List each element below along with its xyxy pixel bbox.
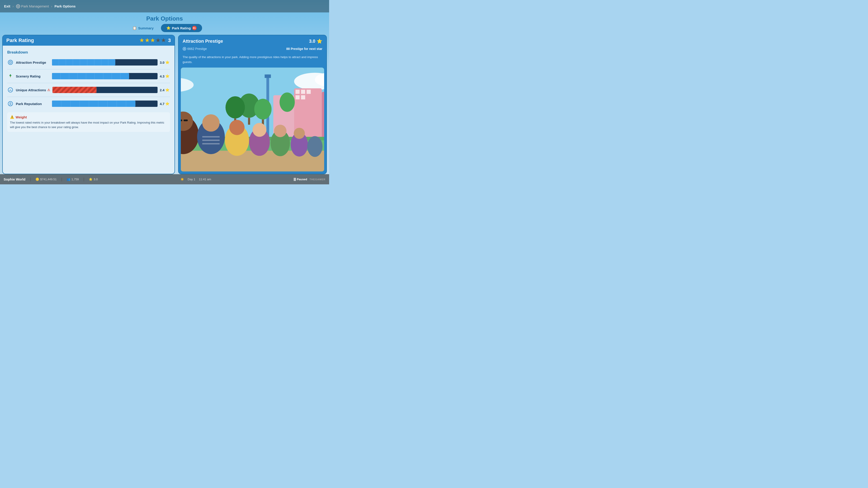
park-reputation-label: Park Reputation — [16, 102, 50, 106]
park-rating-title: Park Rating — [6, 37, 34, 43]
metric-scenery-rating[interactable]: Scenery Rating 4.3 ⭐ — [7, 72, 170, 80]
warning-icon: ⚠ — [47, 88, 50, 92]
unique-attractions-bar — [53, 87, 158, 93]
metric-attraction-prestige[interactable]: Attraction Prestige 3.0 ⭐ — [7, 58, 170, 67]
svg-point-11 — [184, 48, 185, 49]
svg-point-47 — [274, 125, 286, 137]
unique-attractions-label: Unique Attractions ⚠ — [16, 88, 50, 92]
status-right: Paused THEGAMER — [294, 177, 326, 181]
money-icon: 🪙 — [35, 177, 39, 181]
svg-point-30 — [225, 96, 245, 119]
svg-rect-5 — [10, 76, 11, 77]
status-bar: Sophie World | 🪙 $741,449.51 | 👥 1,759 |… — [0, 174, 329, 184]
star-icon-2: ⭐ — [165, 74, 169, 78]
right-panel-rating: 3.0 ⭐ — [309, 38, 322, 44]
unique-attractions-score: 2.4 ⭐ — [160, 88, 170, 92]
left-panel: Park Rating ★ ★ ★ ★ ★ 3 Breakdown — [2, 35, 175, 174]
park-reputation-score: 4.7 ⭐ — [160, 102, 170, 106]
right-panel-description: The quality of the attractions in your p… — [179, 53, 327, 68]
status-center: ☀️ Day 1 11:41 am — [102, 177, 289, 181]
left-panel-header: Park Rating ★ ★ ★ ★ ★ 3 — [3, 35, 175, 46]
star-5: ★ — [161, 37, 166, 43]
scenery-bar — [52, 73, 158, 79]
svg-rect-21 — [301, 95, 305, 99]
prestige-count: 6662 Prestige — [183, 47, 207, 51]
tab-summary[interactable]: 📋 Summary — [127, 24, 159, 32]
star-1: ★ — [140, 37, 144, 43]
guests-icon: 👥 — [67, 177, 70, 181]
park-management-icon — [16, 4, 20, 8]
overall-rating: 3 — [168, 37, 170, 43]
rating-stars: ★ ★ ★ ★ ★ 3 — [140, 37, 170, 43]
metric-unique-attractions[interactable]: Unique Attractions ⚠ 2.4 ⭐ — [7, 86, 170, 94]
clock-display: 11:41 am — [199, 177, 211, 181]
attraction-prestige-score: 3.0 ⭐ — [160, 60, 170, 64]
svg-point-1 — [18, 6, 18, 6]
scenery-label: Scenery Rating — [16, 74, 50, 78]
svg-point-43 — [229, 120, 244, 135]
svg-point-45 — [252, 123, 266, 137]
star-3: ★ — [150, 37, 155, 43]
svg-rect-38 — [181, 120, 182, 121]
summary-tab-icon: 📋 — [132, 26, 137, 30]
svg-point-4 — [10, 62, 11, 63]
park-rating-tab-label: Park Rating — [172, 26, 191, 30]
branding: THEGAMER — [309, 178, 326, 181]
star-4: ★ — [156, 37, 160, 43]
rating-icon: ⭐ — [89, 177, 92, 181]
metric-park-reputation[interactable]: Park Reputation 4.7 ⭐ — [7, 99, 170, 108]
right-panel: Attraction Prestige 3.0 ⭐ 6662 Prestige … — [178, 35, 327, 174]
prestige-next: 88 Prestige for next star — [286, 47, 322, 51]
scenery-icon — [7, 73, 13, 79]
park-management-link[interactable]: Park Management — [16, 4, 49, 8]
svg-rect-18 — [301, 90, 305, 94]
weight-warning-icon: ⚠️ — [10, 115, 14, 119]
content-area: Park Rating ★ ★ ★ ★ ★ 3 Breakdown — [2, 35, 327, 174]
day-display: Day 1 — [188, 177, 195, 181]
svg-point-8 — [10, 103, 11, 104]
svg-rect-25 — [265, 74, 271, 78]
weight-section: ⚠️ Weight The lowest rated metric in you… — [7, 112, 170, 132]
svg-rect-19 — [307, 90, 311, 94]
park-reputation-bar — [52, 101, 158, 107]
svg-rect-39 — [184, 120, 188, 121]
guests-display: 👥 1,759 — [67, 177, 79, 181]
unique-attractions-icon — [7, 87, 13, 93]
rating-display: ⭐ 3.0 — [89, 177, 98, 181]
attraction-prestige-icon — [7, 59, 13, 66]
sun-icon: ☀️ — [180, 177, 184, 181]
summary-tab-label: Summary — [138, 26, 153, 30]
park-rating-badge: 81 — [192, 26, 197, 30]
svg-point-41 — [202, 114, 220, 132]
right-panel-star-icon: ⭐ — [317, 38, 322, 44]
star-icon-3: ⭐ — [165, 88, 169, 92]
tab-park-rating[interactable]: ⭐ Park Rating 81 — [161, 24, 202, 32]
exit-button[interactable]: Exit — [4, 4, 10, 8]
breakdown-title: Breakdown — [7, 50, 170, 55]
svg-point-7 — [8, 101, 13, 106]
attraction-prestige-bar — [52, 59, 158, 66]
tabs-row: 📋 Summary ⭐ Park Rating 81 — [127, 24, 202, 32]
svg-rect-22 — [322, 92, 324, 140]
star-icon-4: ⭐ — [165, 102, 169, 106]
svg-rect-27 — [248, 118, 250, 125]
park-rating-tab-icon: ⭐ — [166, 26, 170, 30]
right-panel-title: Attraction Prestige — [183, 39, 223, 44]
page-title: Park Options — [146, 12, 183, 24]
star-2: ★ — [145, 37, 149, 43]
park-name: Sophie World — [4, 177, 25, 181]
svg-point-50 — [307, 136, 322, 157]
svg-point-32 — [279, 93, 294, 112]
park-reputation-icon — [7, 101, 13, 107]
svg-point-28 — [254, 99, 272, 120]
current-page-label: Park Options — [55, 4, 75, 8]
top-bar: Exit › Park Management › Park Options — [0, 0, 329, 12]
park-scene-image — [181, 68, 324, 171]
right-panel-stats: 6662 Prestige 88 Prestige for next star — [179, 47, 327, 53]
svg-rect-17 — [296, 90, 300, 94]
money-display: 🪙 $741,449.51 — [35, 177, 57, 181]
right-panel-header: Attraction Prestige 3.0 ⭐ — [179, 35, 327, 47]
weight-text: The lowest rated metric in your breakdow… — [10, 121, 167, 129]
attraction-prestige-label: Attraction Prestige — [16, 61, 50, 64]
paused-button[interactable]: Paused — [294, 177, 307, 181]
